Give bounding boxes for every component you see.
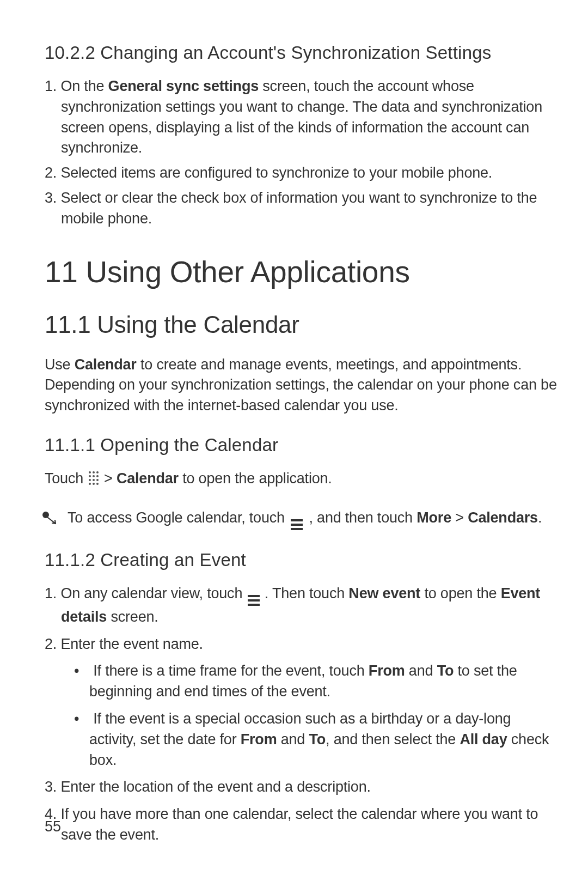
list-item-11-1-2-2: 2. Enter the event name. bbox=[45, 634, 558, 655]
text: , and then select the bbox=[326, 731, 460, 748]
text: Touch bbox=[45, 469, 83, 489]
bold-from2: From bbox=[241, 731, 277, 748]
heading-10-2-2: 10.2.2 Changing an Account's Synchroniza… bbox=[45, 42, 558, 63]
page-number: 55 bbox=[45, 818, 61, 835]
heading-11-1: 11.1 Using the Calendar bbox=[45, 311, 558, 338]
bold-general-sync: General sync settings bbox=[108, 78, 259, 94]
sub-bullet-2: If the event is a special occasion such … bbox=[45, 709, 558, 770]
text: To access Google calendar, touch bbox=[68, 509, 289, 526]
list-item-10-2-2-2: 2. Selected items are configured to sync… bbox=[45, 163, 558, 184]
bold-to: To bbox=[437, 663, 454, 679]
bold-calendars: Calendars bbox=[468, 509, 538, 526]
bold-calendar-open: Calendar bbox=[117, 470, 179, 487]
list-item-10-2-2-1: 1. On the General sync settings screen, … bbox=[45, 76, 558, 159]
bold-to2: To bbox=[309, 731, 326, 748]
heading-11-1-2: 11.1.2 Creating an Event bbox=[45, 550, 558, 570]
text: To access Google calendar, touch , and t… bbox=[68, 508, 542, 531]
tip-arrow-icon bbox=[41, 511, 60, 528]
text: If there is a time frame for the event, … bbox=[93, 663, 369, 679]
open-calendar-line: Touch > Calendar to open the application… bbox=[45, 469, 558, 489]
list-item-11-1-2-4: 4. If you have more than one calendar, s… bbox=[45, 804, 558, 846]
text: 1. On the bbox=[45, 78, 108, 94]
text: and bbox=[405, 663, 437, 679]
sub-bullet-1: If there is a time frame for the event, … bbox=[45, 661, 558, 702]
menu-icon bbox=[291, 520, 303, 531]
text: . bbox=[538, 509, 542, 526]
text: to open the application. bbox=[179, 470, 332, 487]
heading-11-1-1: 11.1.1 Opening the Calendar bbox=[45, 435, 558, 455]
bold-more: More bbox=[416, 509, 451, 526]
text: > bbox=[104, 470, 117, 487]
text: . Then touch bbox=[265, 585, 349, 601]
menu-icon bbox=[248, 596, 260, 607]
text: and bbox=[277, 731, 309, 748]
text: > Calendar to open the application. bbox=[104, 469, 332, 489]
heading-11: 11 Using Other Applications bbox=[45, 254, 558, 289]
note-google-calendar: To access Google calendar, touch , and t… bbox=[41, 508, 558, 531]
text: to open the bbox=[420, 585, 501, 601]
text: , and then touch bbox=[309, 509, 416, 526]
text: screen. bbox=[107, 609, 158, 625]
text: 1. On any calendar view, touch bbox=[45, 585, 247, 601]
bold-new-event: New event bbox=[348, 585, 420, 601]
list-item-11-1-2-3: 3. Enter the location of the event and a… bbox=[45, 777, 558, 798]
list-item-11-1-2-1: 1. On any calendar view, touch . Then to… bbox=[45, 584, 558, 628]
list-item-10-2-2-3: 3. Select or clear the check box of info… bbox=[45, 188, 558, 229]
bold-calendar: Calendar bbox=[75, 356, 137, 373]
text: Use bbox=[45, 356, 75, 373]
para-11-1: Use Calendar to create and manage events… bbox=[45, 355, 558, 416]
apps-grid-icon bbox=[89, 472, 99, 485]
bold-from: From bbox=[369, 663, 405, 679]
text: > bbox=[451, 509, 468, 526]
bold-all-day: All day bbox=[460, 731, 507, 748]
